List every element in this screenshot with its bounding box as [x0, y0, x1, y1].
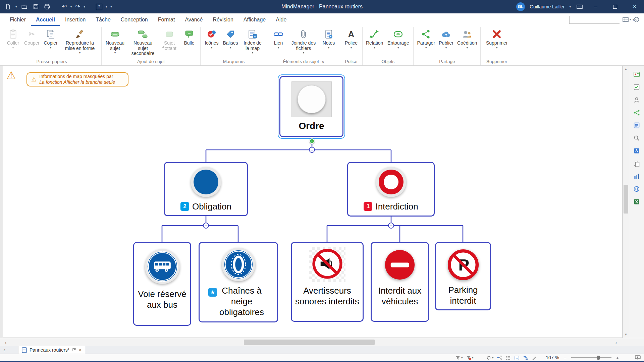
print-icon[interactable]: [43, 3, 51, 11]
icons-marker-button[interactable]: Icônes ▾: [202, 27, 221, 58]
open-folder-icon[interactable]: [20, 3, 29, 11]
search-panel-icon[interactable]: [632, 134, 641, 142]
topic-parking-interdit[interactable]: P Parking interdit: [435, 242, 491, 310]
topic-ordre[interactable]: Ordre: [279, 76, 343, 137]
redo-caret[interactable]: ▾: [84, 5, 85, 8]
topic-obligation[interactable]: 2 Obligation: [164, 162, 248, 216]
filter-icon[interactable]: ▾: [455, 355, 463, 360]
collapse-toggle-interdiction[interactable]: −: [388, 223, 394, 229]
new-document-icon[interactable]: [4, 3, 12, 11]
format-painter-button[interactable]: Reproduire la mise en forme ▾: [60, 27, 100, 58]
map-canvas[interactable]: ⚠ ⚠ Informations de map masquées par La …: [3, 66, 623, 338]
map-view-icon[interactable]: [497, 355, 502, 360]
minimize-button[interactable]: –: [588, 0, 603, 13]
scroll-right-arrow[interactable]: ›: [612, 338, 620, 346]
floating-topic-button[interactable]: Sujet flottant: [159, 27, 180, 58]
tags-button[interactable]: Balises ▾: [221, 27, 240, 58]
save-icon[interactable]: [32, 3, 40, 11]
sync-status-icon[interactable]: [634, 17, 639, 22]
zoom-slider[interactable]: [571, 355, 611, 360]
map-index-button[interactable]: Index de la map ▾: [240, 27, 265, 58]
star-badge[interactable]: ★: [208, 288, 217, 297]
map-warning-banner[interactable]: ⚠ Informations de map masquées par La fo…: [26, 72, 128, 86]
tab-affichage[interactable]: Affichage: [238, 13, 271, 26]
window-layout-icon[interactable]: ▾: [622, 17, 631, 23]
presentation-mode-icon[interactable]: [635, 355, 641, 360]
zoom-slider-thumb[interactable]: [597, 356, 600, 360]
maximize-button[interactable]: [608, 0, 623, 13]
cut-button[interactable]: ✂ Couper: [22, 27, 41, 58]
web-panel-icon[interactable]: [632, 185, 641, 193]
priority-1-badge[interactable]: 1: [364, 202, 372, 211]
vertical-scrollbar[interactable]: ▲ ▼: [623, 66, 629, 338]
undo-icon[interactable]: ↶: [62, 4, 67, 10]
tab-tache[interactable]: Tâche: [91, 13, 115, 26]
slides-view-icon[interactable]: [532, 355, 537, 360]
customize-toolbar-caret[interactable]: ▾: [110, 5, 112, 8]
power-filter-icon[interactable]: ▾: [466, 355, 473, 360]
priority-2-badge[interactable]: 2: [180, 202, 189, 211]
excel-export-icon[interactable]: [632, 198, 641, 206]
tab-scroll-left[interactable]: ‹: [0, 347, 9, 353]
new-subtopic-button[interactable]: Nouveau sujet secondaire: [127, 27, 159, 58]
tab-aide[interactable]: Aide: [271, 13, 291, 26]
user-avatar[interactable]: GL: [516, 2, 525, 11]
topic-voie-bus[interactable]: Voie réservé aux bus: [133, 242, 191, 326]
analytics-panel-icon[interactable]: [632, 172, 641, 180]
add-subtopic-handle[interactable]: +: [309, 138, 315, 144]
notes-button[interactable]: Notes ▾: [319, 27, 338, 58]
collapse-toggle-obligation[interactable]: −: [203, 223, 209, 229]
close-tab-icon[interactable]: ×: [79, 347, 82, 353]
share-button[interactable]: Partager ▾: [415, 27, 437, 58]
redo-icon[interactable]: ↷: [75, 4, 80, 10]
user-name[interactable]: Guillaume Lailler: [530, 4, 565, 9]
link-button[interactable]: Lien ▾: [269, 27, 288, 58]
topic-avertisseurs[interactable]: Avertisseurs sonores interdits: [291, 242, 364, 322]
horizontal-scrollbar[interactable]: ‹ ›: [0, 338, 644, 346]
outline-view-icon[interactable]: [505, 355, 511, 360]
resources-icon[interactable]: [632, 96, 641, 104]
snippets-icon[interactable]: [632, 121, 641, 129]
dialog-launcher-icon[interactable]: ↘: [321, 59, 324, 64]
topic-chaines[interactable]: ★ Chaînes à neige obligatoires: [199, 242, 278, 322]
tab-format[interactable]: Format: [153, 13, 180, 26]
callout-button[interactable]: Bulle: [180, 27, 199, 58]
close-button[interactable]: ×: [627, 0, 642, 13]
scroll-up-arrow[interactable]: ▲: [623, 66, 629, 72]
tab-accueil[interactable]: Accueil: [31, 13, 60, 26]
tab-conception[interactable]: Conception: [116, 13, 153, 26]
new-topic-button[interactable]: Nouveau sujet ▾: [103, 27, 127, 58]
map-parts-icon[interactable]: [632, 70, 641, 78]
float-tab-icon[interactable]: [72, 348, 76, 352]
files-panel-icon[interactable]: [632, 160, 641, 168]
coediting-button[interactable]: Coédition ▾: [455, 27, 479, 58]
help-caret[interactable]: ▾: [106, 5, 107, 8]
attach-files-button[interactable]: Joindre des fichiers ▾: [288, 27, 319, 58]
user-menu-caret[interactable]: ▾: [569, 5, 571, 8]
paste-button[interactable]: Coller ▾: [4, 27, 22, 58]
delete-button[interactable]: Supprimer ▾: [482, 27, 511, 58]
scroll-down-arrow[interactable]: ▼: [623, 331, 629, 338]
navigator-panel-icon[interactable]: [632, 147, 641, 155]
tab-insertion[interactable]: Insertion: [60, 13, 91, 26]
new-document-caret[interactable]: ▾: [15, 5, 17, 8]
relations-icon[interactable]: [632, 109, 641, 117]
calendar-view-icon[interactable]: 24: [514, 355, 520, 360]
boundary-button[interactable]: Entourage ▾: [385, 27, 412, 58]
tab-revision[interactable]: Révision: [208, 13, 238, 26]
publish-button[interactable]: Publier ▾: [437, 27, 455, 58]
task-info-icon[interactable]: [632, 83, 641, 91]
document-tab-panneaux-routiers[interactable]: Panneaux routiers* ×: [18, 346, 85, 354]
sync-view-icon[interactable]: ▾: [486, 355, 493, 360]
vertical-scroll-thumb[interactable]: [624, 185, 628, 214]
collapse-toggle-root[interactable]: −: [309, 147, 315, 153]
gantt-view-icon[interactable]: [523, 355, 528, 360]
zoom-percentage[interactable]: 107 %: [546, 355, 559, 360]
scroll-left-arrow[interactable]: ‹: [2, 338, 9, 346]
tab-avance[interactable]: Avancé: [180, 13, 208, 26]
horizontal-scroll-thumb[interactable]: [244, 340, 375, 345]
zoom-out-button[interactable]: −: [562, 355, 568, 361]
topic-interdit-vehicules[interactable]: Interdit aux véhicules: [371, 242, 429, 322]
ribbon-display-options-icon[interactable]: [576, 3, 584, 11]
copy-button[interactable]: Copier ▾: [41, 27, 60, 58]
